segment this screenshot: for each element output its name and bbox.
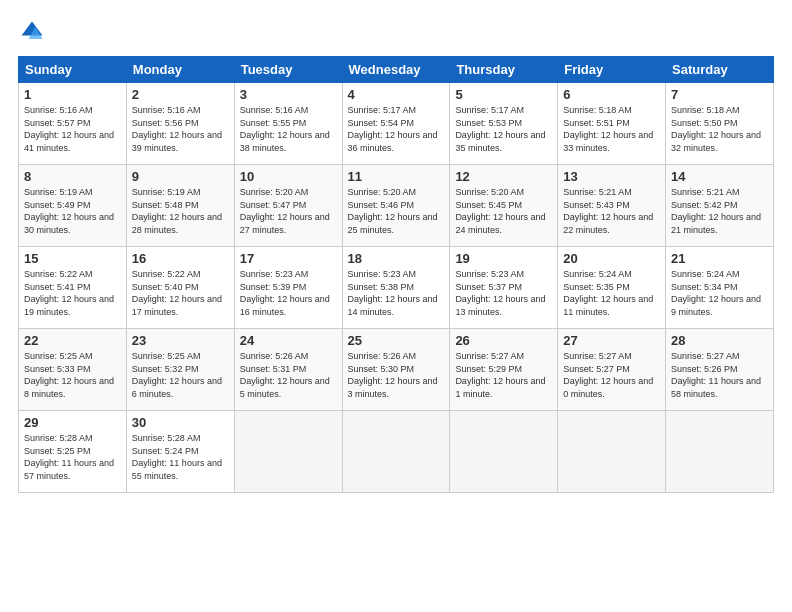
day-info: Sunrise: 5:16 AM Sunset: 5:57 PM Dayligh… [24, 104, 121, 154]
day-info: Sunrise: 5:28 AM Sunset: 5:24 PM Dayligh… [132, 432, 229, 482]
day-info: Sunrise: 5:24 AM Sunset: 5:35 PM Dayligh… [563, 268, 660, 318]
calendar-cell: 26 Sunrise: 5:27 AM Sunset: 5:29 PM Dayl… [450, 329, 558, 411]
day-number: 6 [563, 87, 660, 102]
calendar-day-header: Monday [126, 57, 234, 83]
calendar-cell: 11 Sunrise: 5:20 AM Sunset: 5:46 PM Dayl… [342, 165, 450, 247]
calendar-cell: 28 Sunrise: 5:27 AM Sunset: 5:26 PM Dayl… [666, 329, 774, 411]
day-number: 7 [671, 87, 768, 102]
calendar-cell: 24 Sunrise: 5:26 AM Sunset: 5:31 PM Dayl… [234, 329, 342, 411]
day-info: Sunrise: 5:18 AM Sunset: 5:51 PM Dayligh… [563, 104, 660, 154]
day-number: 12 [455, 169, 552, 184]
page: SundayMondayTuesdayWednesdayThursdayFrid… [0, 0, 792, 612]
calendar-cell: 27 Sunrise: 5:27 AM Sunset: 5:27 PM Dayl… [558, 329, 666, 411]
day-number: 23 [132, 333, 229, 348]
calendar-week-row: 22 Sunrise: 5:25 AM Sunset: 5:33 PM Dayl… [19, 329, 774, 411]
day-info: Sunrise: 5:25 AM Sunset: 5:32 PM Dayligh… [132, 350, 229, 400]
calendar-day-header: Thursday [450, 57, 558, 83]
calendar-cell: 2 Sunrise: 5:16 AM Sunset: 5:56 PM Dayli… [126, 83, 234, 165]
calendar-cell [234, 411, 342, 493]
day-info: Sunrise: 5:23 AM Sunset: 5:39 PM Dayligh… [240, 268, 337, 318]
calendar: SundayMondayTuesdayWednesdayThursdayFrid… [18, 56, 774, 493]
calendar-cell: 7 Sunrise: 5:18 AM Sunset: 5:50 PM Dayli… [666, 83, 774, 165]
calendar-day-header: Tuesday [234, 57, 342, 83]
day-number: 3 [240, 87, 337, 102]
day-number: 9 [132, 169, 229, 184]
header [18, 18, 774, 46]
day-number: 29 [24, 415, 121, 430]
logo [18, 18, 50, 46]
calendar-day-header: Wednesday [342, 57, 450, 83]
calendar-cell [342, 411, 450, 493]
day-number: 1 [24, 87, 121, 102]
day-info: Sunrise: 5:17 AM Sunset: 5:54 PM Dayligh… [348, 104, 445, 154]
day-number: 26 [455, 333, 552, 348]
day-number: 24 [240, 333, 337, 348]
day-info: Sunrise: 5:21 AM Sunset: 5:42 PM Dayligh… [671, 186, 768, 236]
day-info: Sunrise: 5:24 AM Sunset: 5:34 PM Dayligh… [671, 268, 768, 318]
calendar-cell [666, 411, 774, 493]
calendar-cell: 14 Sunrise: 5:21 AM Sunset: 5:42 PM Dayl… [666, 165, 774, 247]
day-info: Sunrise: 5:16 AM Sunset: 5:56 PM Dayligh… [132, 104, 229, 154]
calendar-week-row: 1 Sunrise: 5:16 AM Sunset: 5:57 PM Dayli… [19, 83, 774, 165]
day-number: 20 [563, 251, 660, 266]
day-number: 10 [240, 169, 337, 184]
day-info: Sunrise: 5:27 AM Sunset: 5:26 PM Dayligh… [671, 350, 768, 400]
day-number: 14 [671, 169, 768, 184]
calendar-cell: 30 Sunrise: 5:28 AM Sunset: 5:24 PM Dayl… [126, 411, 234, 493]
logo-icon [18, 18, 46, 46]
calendar-day-header: Friday [558, 57, 666, 83]
calendar-cell: 12 Sunrise: 5:20 AM Sunset: 5:45 PM Dayl… [450, 165, 558, 247]
day-number: 21 [671, 251, 768, 266]
day-info: Sunrise: 5:25 AM Sunset: 5:33 PM Dayligh… [24, 350, 121, 400]
calendar-cell: 19 Sunrise: 5:23 AM Sunset: 5:37 PM Dayl… [450, 247, 558, 329]
day-number: 2 [132, 87, 229, 102]
calendar-cell: 15 Sunrise: 5:22 AM Sunset: 5:41 PM Dayl… [19, 247, 127, 329]
day-number: 8 [24, 169, 121, 184]
day-info: Sunrise: 5:22 AM Sunset: 5:40 PM Dayligh… [132, 268, 229, 318]
day-info: Sunrise: 5:18 AM Sunset: 5:50 PM Dayligh… [671, 104, 768, 154]
calendar-cell [450, 411, 558, 493]
calendar-cell: 13 Sunrise: 5:21 AM Sunset: 5:43 PM Dayl… [558, 165, 666, 247]
day-info: Sunrise: 5:16 AM Sunset: 5:55 PM Dayligh… [240, 104, 337, 154]
day-info: Sunrise: 5:26 AM Sunset: 5:31 PM Dayligh… [240, 350, 337, 400]
calendar-cell: 8 Sunrise: 5:19 AM Sunset: 5:49 PM Dayli… [19, 165, 127, 247]
calendar-cell: 4 Sunrise: 5:17 AM Sunset: 5:54 PM Dayli… [342, 83, 450, 165]
day-info: Sunrise: 5:17 AM Sunset: 5:53 PM Dayligh… [455, 104, 552, 154]
calendar-week-row: 15 Sunrise: 5:22 AM Sunset: 5:41 PM Dayl… [19, 247, 774, 329]
day-info: Sunrise: 5:27 AM Sunset: 5:27 PM Dayligh… [563, 350, 660, 400]
day-info: Sunrise: 5:26 AM Sunset: 5:30 PM Dayligh… [348, 350, 445, 400]
calendar-cell: 1 Sunrise: 5:16 AM Sunset: 5:57 PM Dayli… [19, 83, 127, 165]
day-info: Sunrise: 5:28 AM Sunset: 5:25 PM Dayligh… [24, 432, 121, 482]
calendar-cell: 23 Sunrise: 5:25 AM Sunset: 5:32 PM Dayl… [126, 329, 234, 411]
day-number: 11 [348, 169, 445, 184]
day-info: Sunrise: 5:19 AM Sunset: 5:49 PM Dayligh… [24, 186, 121, 236]
calendar-cell: 5 Sunrise: 5:17 AM Sunset: 5:53 PM Dayli… [450, 83, 558, 165]
calendar-day-header: Sunday [19, 57, 127, 83]
day-number: 25 [348, 333, 445, 348]
day-info: Sunrise: 5:19 AM Sunset: 5:48 PM Dayligh… [132, 186, 229, 236]
day-info: Sunrise: 5:22 AM Sunset: 5:41 PM Dayligh… [24, 268, 121, 318]
day-number: 30 [132, 415, 229, 430]
day-number: 5 [455, 87, 552, 102]
day-number: 16 [132, 251, 229, 266]
calendar-day-header: Saturday [666, 57, 774, 83]
day-info: Sunrise: 5:20 AM Sunset: 5:45 PM Dayligh… [455, 186, 552, 236]
calendar-cell: 25 Sunrise: 5:26 AM Sunset: 5:30 PM Dayl… [342, 329, 450, 411]
calendar-cell: 17 Sunrise: 5:23 AM Sunset: 5:39 PM Dayl… [234, 247, 342, 329]
calendar-cell: 18 Sunrise: 5:23 AM Sunset: 5:38 PM Dayl… [342, 247, 450, 329]
day-info: Sunrise: 5:20 AM Sunset: 5:47 PM Dayligh… [240, 186, 337, 236]
calendar-week-row: 8 Sunrise: 5:19 AM Sunset: 5:49 PM Dayli… [19, 165, 774, 247]
day-number: 28 [671, 333, 768, 348]
calendar-cell: 21 Sunrise: 5:24 AM Sunset: 5:34 PM Dayl… [666, 247, 774, 329]
day-number: 18 [348, 251, 445, 266]
day-number: 22 [24, 333, 121, 348]
day-info: Sunrise: 5:23 AM Sunset: 5:38 PM Dayligh… [348, 268, 445, 318]
calendar-cell: 3 Sunrise: 5:16 AM Sunset: 5:55 PM Dayli… [234, 83, 342, 165]
calendar-cell: 10 Sunrise: 5:20 AM Sunset: 5:47 PM Dayl… [234, 165, 342, 247]
day-info: Sunrise: 5:27 AM Sunset: 5:29 PM Dayligh… [455, 350, 552, 400]
day-info: Sunrise: 5:21 AM Sunset: 5:43 PM Dayligh… [563, 186, 660, 236]
day-number: 15 [24, 251, 121, 266]
calendar-cell: 22 Sunrise: 5:25 AM Sunset: 5:33 PM Dayl… [19, 329, 127, 411]
day-number: 17 [240, 251, 337, 266]
calendar-cell: 20 Sunrise: 5:24 AM Sunset: 5:35 PM Dayl… [558, 247, 666, 329]
